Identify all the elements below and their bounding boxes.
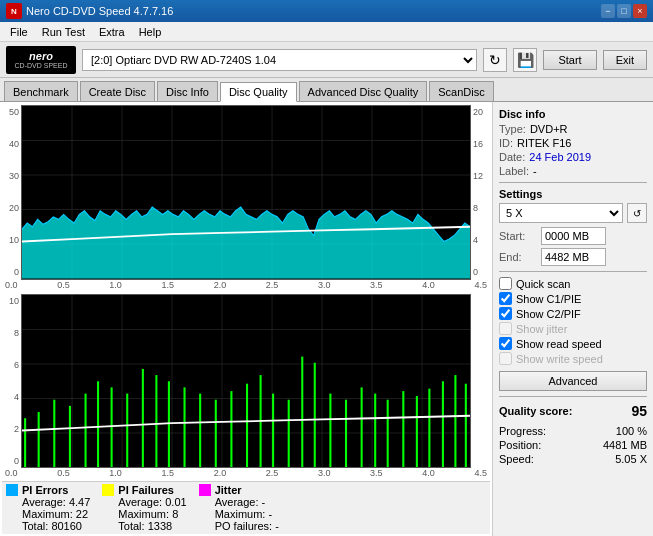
date-label: Date: xyxy=(499,151,525,163)
pi-failures-total-label: Total xyxy=(118,520,141,532)
progress-label: Progress: xyxy=(499,425,546,437)
svg-rect-30 xyxy=(111,387,113,467)
show-read-speed-checkbox[interactable] xyxy=(499,337,512,350)
svg-rect-49 xyxy=(387,399,389,467)
pi-errors-max-value: 22 xyxy=(76,508,88,520)
type-label: Type: xyxy=(499,123,526,135)
nero-logo: nero CD-DVD SPEED xyxy=(6,46,76,74)
legend-jitter: Jitter Average: - Maximum: - PO failures… xyxy=(199,484,279,532)
save-icon[interactable]: 💾 xyxy=(513,48,537,72)
show-c1pie-checkbox[interactable] xyxy=(499,292,512,305)
settings-reset-icon[interactable]: ↺ xyxy=(627,203,647,223)
drive-selector[interactable]: [2:0] Optiarc DVD RW AD-7240S 1.04 xyxy=(82,49,477,71)
tab-disc-info[interactable]: Disc Info xyxy=(157,81,218,101)
tab-scan-disc[interactable]: ScanDisc xyxy=(429,81,493,101)
tab-benchmark[interactable]: Benchmark xyxy=(4,81,78,101)
close-button[interactable]: × xyxy=(633,4,647,18)
svg-rect-38 xyxy=(230,391,232,467)
svg-rect-41 xyxy=(272,393,274,467)
chart1-y-axis-right: 201612840 xyxy=(471,105,489,280)
type-value: DVD+R xyxy=(530,123,568,135)
jitter-max-label: Maximum xyxy=(215,508,263,520)
menu-run-test[interactable]: Run Test xyxy=(36,25,91,39)
menu-help[interactable]: Help xyxy=(133,25,168,39)
position-label: Position: xyxy=(499,439,541,451)
chart1-y-axis-left: 50403020100 xyxy=(3,105,21,280)
quality-score-value: 95 xyxy=(631,403,647,419)
svg-rect-24 xyxy=(24,418,26,467)
app-title: Nero CD-DVD Speed 4.7.7.16 xyxy=(26,5,173,17)
menubar: File Run Test Extra Help xyxy=(0,22,653,42)
show-jitter-checkbox xyxy=(499,322,512,335)
id-label: ID: xyxy=(499,137,513,149)
chart2-svg xyxy=(22,295,470,468)
maximize-button[interactable]: □ xyxy=(617,4,631,18)
id-value: RITEK F16 xyxy=(517,137,571,149)
svg-rect-42 xyxy=(288,399,290,467)
svg-rect-37 xyxy=(215,399,217,467)
exit-button[interactable]: Exit xyxy=(603,50,647,70)
chart1-svg xyxy=(22,106,470,279)
svg-rect-35 xyxy=(183,387,185,467)
settings-title: Settings xyxy=(499,188,647,200)
speed-label: Speed: xyxy=(499,453,534,465)
menu-file[interactable]: File xyxy=(4,25,34,39)
tab-create-disc[interactable]: Create Disc xyxy=(80,81,155,101)
minimize-button[interactable]: − xyxy=(601,4,615,18)
pi-failures-label: PI Failures xyxy=(118,484,174,496)
toolbar: nero CD-DVD SPEED [2:0] Optiarc DVD RW A… xyxy=(0,42,653,78)
pi-errors-total-label: Total xyxy=(22,520,45,532)
tab-bar: Benchmark Create Disc Disc Info Disc Qua… xyxy=(0,78,653,102)
show-write-speed-checkbox xyxy=(499,352,512,365)
legend-pi-errors: PI Errors Average: 4.47 Maximum: 22 Tota… xyxy=(6,484,90,532)
jitter-max-value: - xyxy=(268,508,272,520)
show-c2pif-checkbox[interactable] xyxy=(499,307,512,320)
speed-select[interactable]: 5 X xyxy=(499,203,623,223)
svg-rect-44 xyxy=(314,362,316,467)
quick-scan-checkbox[interactable] xyxy=(499,277,512,290)
show-c2pif-label: Show C2/PIF xyxy=(516,308,581,320)
po-failures-value: - xyxy=(275,520,279,532)
pi-failures-max-label: Maximum xyxy=(118,508,166,520)
svg-rect-34 xyxy=(168,381,170,467)
position-value: 4481 MB xyxy=(603,439,647,451)
jitter-avg-value: - xyxy=(262,496,266,508)
svg-rect-33 xyxy=(155,375,157,467)
refresh-icon[interactable]: ↻ xyxy=(483,48,507,72)
tab-advanced-disc-quality[interactable]: Advanced Disc Quality xyxy=(299,81,428,101)
pi-failures-max-value: 8 xyxy=(172,508,178,520)
main-content: 50403020100 xyxy=(0,102,653,536)
app-icon: N xyxy=(6,3,22,19)
start-input[interactable] xyxy=(541,227,606,245)
svg-rect-29 xyxy=(97,381,99,467)
chart2-x-axis: 0.00.51.01.52.02.53.03.54.04.5 xyxy=(3,468,489,480)
svg-rect-47 xyxy=(361,387,363,467)
svg-rect-53 xyxy=(442,381,444,467)
show-jitter-label: Show jitter xyxy=(516,323,567,335)
svg-rect-32 xyxy=(142,368,144,467)
pi-errors-avg-label: Average xyxy=(22,496,63,508)
advanced-button[interactable]: Advanced xyxy=(499,371,647,391)
svg-rect-50 xyxy=(402,391,404,467)
svg-rect-52 xyxy=(428,388,430,467)
quick-scan-label: Quick scan xyxy=(516,278,570,290)
right-panel: Disc info Type: DVD+R ID: RITEK F16 Date… xyxy=(493,102,653,536)
svg-rect-43 xyxy=(301,356,303,467)
tab-disc-quality[interactable]: Disc Quality xyxy=(220,82,297,102)
show-c1pie-label: Show C1/PIE xyxy=(516,293,581,305)
jitter-color xyxy=(199,484,211,496)
legend-pi-failures: PI Failures Average: 0.01 Maximum: 8 Tot… xyxy=(102,484,186,532)
svg-rect-28 xyxy=(85,393,87,467)
end-input[interactable] xyxy=(541,248,606,266)
svg-rect-55 xyxy=(465,383,467,467)
chart2-y-axis-left: 1086420 xyxy=(3,294,21,469)
pi-failures-avg-label: Average xyxy=(118,496,159,508)
disc-info-title: Disc info xyxy=(499,108,647,120)
svg-rect-45 xyxy=(329,393,331,467)
start-button[interactable]: Start xyxy=(543,50,596,70)
titlebar: N Nero CD-DVD Speed 4.7.7.16 − □ × xyxy=(0,0,653,22)
end-label: End: xyxy=(499,251,537,263)
menu-extra[interactable]: Extra xyxy=(93,25,131,39)
show-write-speed-label: Show write speed xyxy=(516,353,603,365)
speed-value: 5.05 X xyxy=(615,453,647,465)
